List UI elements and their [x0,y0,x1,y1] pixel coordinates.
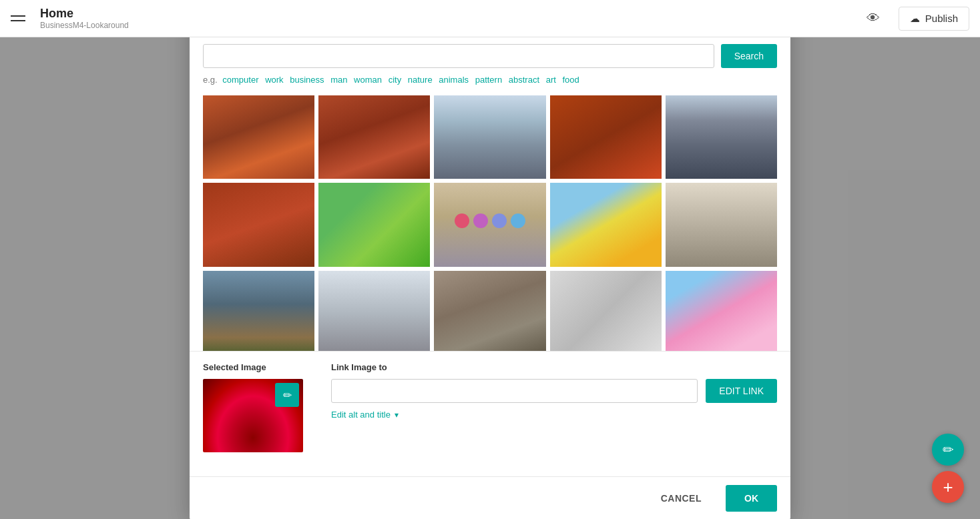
suggestion-food[interactable]: food [562,75,579,85]
suggestion-nature[interactable]: nature [408,75,433,85]
suggestions-row: e.g. computer work business man woman ci… [203,75,777,85]
cancel-label: CANCEL [661,493,702,504]
ok-button[interactable]: OK [726,485,777,512]
suggestion-city[interactable]: city [389,75,402,85]
grid-image-12[interactable] [434,271,545,351]
publish-button[interactable]: ☁ Publish [899,7,969,31]
cancel-button[interactable]: CANCEL [645,485,718,512]
grid-image-0[interactable] [203,95,314,179]
grid-image-8[interactable] [550,183,662,266]
suggestion-computer[interactable]: computer [222,75,258,85]
link-image-heading: Link Image to [331,362,777,372]
page-subtitle: BusinessM4-Lookaround [40,21,129,30]
selected-image-heading: Selected Image [203,362,310,372]
float-add-button[interactable]: + [932,471,964,503]
search-input[interactable] [203,44,714,68]
grid-image-6[interactable] [318,183,430,266]
grid-image-13[interactable] [550,271,662,351]
grid-image-10[interactable] [203,271,314,351]
pencil-icon: ✏ [283,389,292,402]
search-area: Search e.g. computer work business man w… [190,36,790,90]
ok-label: OK [744,493,758,504]
topbar-actions: 👁 ☁ Publish [861,7,969,31]
menu-icon[interactable] [11,8,32,29]
suggestion-woman[interactable]: woman [354,75,382,85]
modal-bottom: Selected Image ✏ Link Image to EDIT LINK [190,351,790,476]
eye-icon: 👁 [867,11,880,26]
grid-image-9[interactable] [666,183,777,266]
edit-alt-title[interactable]: Edit alt and title ▾ [331,410,777,420]
link-image-col: Link Image to EDIT LINK Edit alt and tit… [331,362,777,452]
search-button[interactable]: Search [721,44,777,68]
suggestion-business[interactable]: business [290,75,324,85]
search-button-label: Search [734,51,764,61]
bottom-cols: Selected Image ✏ Link Image to EDIT LINK [203,362,777,452]
edit-link-label: EDIT LINK [719,386,764,396]
grid-image-7[interactable] [434,183,545,266]
image-grid-container[interactable] [190,90,790,351]
suggestion-abstract[interactable]: abstract [509,75,539,85]
link-input[interactable] [331,379,698,403]
float-edit-button[interactable]: ✏ [932,434,964,466]
image-grid [203,95,777,351]
topbar-title-group: Home BusinessM4-Lookaround [40,7,129,30]
grid-image-1[interactable] [318,95,430,179]
float-add-icon: + [943,477,953,498]
grid-image-5[interactable] [203,183,314,266]
preview-icon-btn[interactable]: 👁 [861,7,885,31]
edit-alt-title-label: Edit alt and title [331,410,391,420]
grid-image-3[interactable] [550,95,662,179]
selected-image-col: Selected Image ✏ [203,362,310,452]
image-picker-modal: My Images Free Images Upload Search e.g.… [190,0,790,519]
float-edit-icon: ✏ [943,442,954,458]
selected-img-preview: ✏ [203,379,303,452]
publish-label: Publish [925,13,958,24]
modal-footer: CANCEL OK [190,476,790,519]
search-row: Search [203,44,777,68]
grid-image-4[interactable] [666,95,777,179]
chevron-down-icon: ▾ [395,410,399,420]
suggestion-art[interactable]: art [546,75,556,85]
grid-image-14[interactable] [666,271,777,351]
upload-icon: ☁ [910,13,920,25]
grid-image-2[interactable] [434,95,545,179]
suggestion-man[interactable]: man [330,75,347,85]
suggestion-work[interactable]: work [265,75,283,85]
suggestions-label: e.g. [203,75,218,85]
suggestion-animals[interactable]: animals [439,75,469,85]
edit-link-button[interactable]: EDIT LINK [706,379,777,403]
link-input-row: EDIT LINK [331,379,777,403]
topbar: Home BusinessM4-Lookaround 👁 ☁ Publish [0,0,980,37]
page-title: Home [40,7,129,21]
edit-image-overlay-button[interactable]: ✏ [275,383,299,407]
suggestion-pattern[interactable]: pattern [475,75,502,85]
grid-image-11[interactable] [318,271,430,351]
